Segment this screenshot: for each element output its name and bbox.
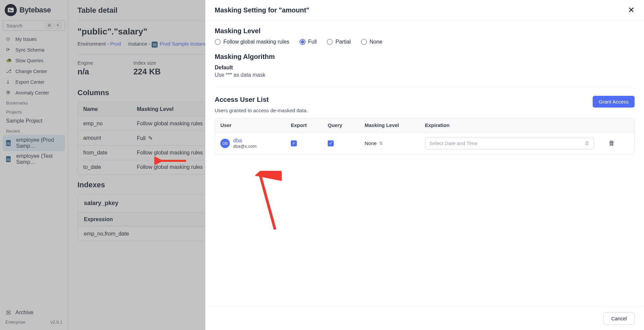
radio-icon xyxy=(361,39,367,45)
radio-follow[interactable]: Follow global masking rules xyxy=(215,39,289,45)
algo-desc: Use *** as data mask xyxy=(215,72,635,78)
masking-level-select[interactable]: None⇅ xyxy=(365,140,425,146)
masking-level-title: Masking Level xyxy=(215,27,635,35)
radio-none[interactable]: None xyxy=(361,39,382,45)
hdr-query: Query xyxy=(328,122,365,128)
query-checkbox[interactable]: ✓ xyxy=(328,140,334,146)
delete-icon[interactable]: 🗑 xyxy=(609,140,615,146)
radio-icon xyxy=(327,39,333,45)
drawer-overlay[interactable]: Masking Setting for "amount" ✕ Masking L… xyxy=(0,0,644,330)
user-name-link[interactable]: dba xyxy=(233,138,257,144)
hdr-export: Export xyxy=(291,122,328,128)
algo-title: Masking Algorithm xyxy=(215,53,635,61)
radio-icon xyxy=(215,39,221,45)
cancel-button[interactable]: Cancel xyxy=(603,312,635,325)
grant-access-button[interactable]: Grant Access xyxy=(593,96,635,108)
chevron-updown-icon: ⇅ xyxy=(379,141,383,146)
algo-default: Default xyxy=(215,65,635,71)
access-sub: Users granted to access de-masked data. xyxy=(215,108,308,113)
drawer-title: Masking Setting for "amount" xyxy=(215,6,309,14)
hdr-exp: Expiration xyxy=(425,122,609,128)
radio-partial[interactable]: Partial xyxy=(327,39,351,45)
radio-full[interactable]: Full xyxy=(300,39,317,45)
access-title: Access User List xyxy=(215,96,308,104)
close-icon[interactable]: ✕ xyxy=(628,5,635,15)
avatar: DB xyxy=(220,139,230,148)
hdr-mask: Masking Level xyxy=(365,122,425,128)
expiration-input[interactable]: Select Date and Time🗓 xyxy=(425,137,594,149)
masking-drawer: Masking Setting for "amount" ✕ Masking L… xyxy=(205,0,644,330)
export-checkbox[interactable]: ✓ xyxy=(291,140,297,146)
user-email: dba@x.com xyxy=(233,144,257,149)
hdr-user: User xyxy=(220,122,291,128)
calendar-icon: 🗓 xyxy=(585,140,590,146)
radio-icon xyxy=(300,39,306,45)
user-row: DB dba dba@x.com ✓ ✓ None⇅ Select Date a… xyxy=(215,132,634,154)
